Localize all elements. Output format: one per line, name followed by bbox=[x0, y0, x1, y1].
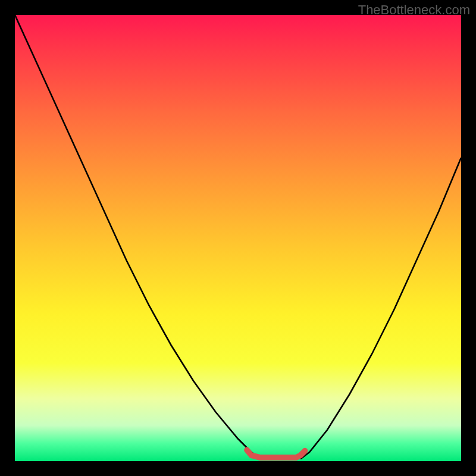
left-curve bbox=[15, 15, 261, 459]
plot-area bbox=[15, 15, 461, 461]
bottom-marker bbox=[247, 450, 305, 458]
right-curve bbox=[300, 158, 461, 459]
chart-svg bbox=[15, 15, 461, 461]
watermark-text: TheBottleneck.com bbox=[358, 2, 470, 18]
